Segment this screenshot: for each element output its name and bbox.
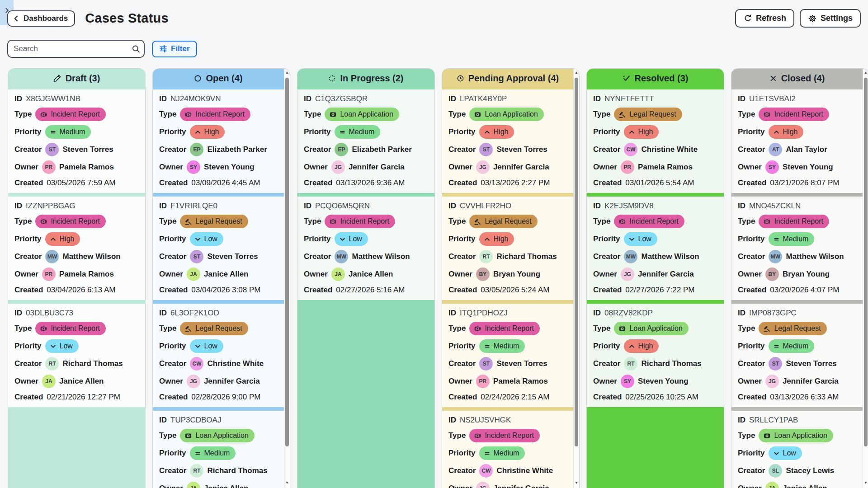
case-card[interactable]: IDU1ETSVBAI2TypeIncident ReportPriorityH… <box>731 89 863 193</box>
scrollbar-thumb[interactable] <box>575 78 578 446</box>
case-card[interactable]: IDSRLLCY1PABTypeLoan ApplicationPriority… <box>731 411 863 488</box>
case-id-value: IMP0873GPC <box>749 309 797 318</box>
incident-report-icon <box>40 325 47 333</box>
field-label: Priority <box>159 127 186 136</box>
field-label: Priority <box>593 127 620 136</box>
avatar: PR <box>42 160 56 174</box>
scrollbar-down-arrow[interactable]: ▼ <box>574 480 579 486</box>
search-input[interactable] <box>7 40 145 58</box>
case-owner-row: OwnerBYBryan Young <box>448 267 567 281</box>
scrollbar-up-arrow[interactable]: ▲ <box>574 70 579 76</box>
badge-label: Incident Report <box>51 110 100 118</box>
settings-button[interactable]: Settings <box>800 9 861 28</box>
field-label: ID <box>593 309 601 318</box>
field-label: Creator <box>738 145 765 154</box>
scrollbar-thumb[interactable] <box>285 78 289 446</box>
field-label: Creator <box>448 466 476 475</box>
case-card[interactable]: IDNS2UJSVHGKTypeIncident ReportPriorityM… <box>442 411 573 488</box>
case-card[interactable]: IDIMP0873GPCTypeLegal RequestPriorityMed… <box>731 304 863 407</box>
type-badge: Incident Report <box>759 108 829 121</box>
field-label: Type <box>14 110 32 119</box>
case-id-row: IDITQ1PDHOZJ <box>448 308 567 318</box>
field-label: Type <box>304 110 321 119</box>
gear-icon <box>808 14 817 23</box>
avatar: RT <box>624 357 637 371</box>
column-cards: IDX8GJGWW1NBTypeIncident ReportPriorityM… <box>8 88 145 407</box>
field-label: ID <box>738 202 745 211</box>
case-card[interactable]: IDF1VRIRLQE0TypeLegal RequestPriorityLow… <box>153 197 284 300</box>
field-label: Owner <box>159 163 183 172</box>
avatar: SL <box>769 464 782 478</box>
badge-label: Loan Application <box>774 432 827 440</box>
badge-label: High <box>60 235 75 243</box>
case-card[interactable]: ID08RZV82KDPTypeLoan ApplicationPriority… <box>587 304 724 407</box>
field-label: Type <box>14 324 32 333</box>
case-priority-row: PriorityHigh <box>593 125 717 139</box>
case-card[interactable]: IDCVVHLFR2HOTypeLegal RequestPriorityHig… <box>442 197 573 300</box>
case-card[interactable]: IDIZZNPPBGAGTypeIncident ReportPriorityH… <box>8 197 145 300</box>
owner-name: Pamela Ramos <box>59 163 114 172</box>
field-label: Type <box>593 217 610 226</box>
column-scrollbar[interactable]: ▲▼ <box>573 69 579 488</box>
case-card[interactable]: IDLPATK4BY0PTypeLoan ApplicationPriority… <box>442 89 573 193</box>
owner-name: Pamela Ramos <box>638 163 693 172</box>
owner-name: Bryan Young <box>493 270 540 279</box>
scrollbar-thumb[interactable] <box>864 78 868 446</box>
scrollbar-up-arrow[interactable]: ▲ <box>284 70 290 76</box>
case-id-value: F1VRIRLQE0 <box>170 202 217 211</box>
case-card[interactable]: ID6L3OF2K1ODTypeLegal RequestPriorityLow… <box>153 304 284 407</box>
case-card[interactable]: IDNYNFTFETTTTypeLegal RequestPriorityHig… <box>587 89 724 193</box>
filter-button[interactable]: Filter <box>152 41 197 57</box>
case-id-row: ID08RZV82KDP <box>593 308 717 318</box>
case-id-value: MNO45ZCKLN <box>749 202 801 211</box>
case-created-row: Created03/05/2026 5:24 AM <box>448 285 567 295</box>
created-value: 03/13/2026 9:36 AM <box>336 178 405 188</box>
field-label: ID <box>593 94 601 103</box>
avatar: ST <box>190 250 203 263</box>
column-scrollbar[interactable]: ▲▼ <box>284 69 290 488</box>
case-card[interactable]: IDX8GJGWW1NBTypeIncident ReportPriorityM… <box>8 89 145 193</box>
field-label: Creator <box>738 359 765 368</box>
field-label: Priority <box>593 342 620 351</box>
incident-report-icon <box>474 325 481 333</box>
column-header-resolved: Resolved (3) <box>587 69 724 88</box>
case-priority-row: PriorityHigh <box>159 125 278 139</box>
case-priority-row: PriorityMedium <box>738 339 856 353</box>
case-card[interactable]: IDPCQO6M5QRNTypeIncident ReportPriorityL… <box>297 197 434 300</box>
case-creator-row: CreatorRTRichard Thomas <box>448 250 567 263</box>
priority-badge: High <box>45 232 80 246</box>
case-card[interactable]: ID03DLBU3C73TypeIncident ReportPriorityL… <box>8 304 145 407</box>
case-id-value: 03DLBU3C73 <box>26 309 73 318</box>
scrollbar-up-arrow[interactable]: ▲ <box>863 70 868 76</box>
case-card[interactable]: IDMNO45ZCKLNTypeIncident ReportPriorityM… <box>731 197 863 300</box>
created-value: 03/05/2026 5:24 AM <box>481 286 549 295</box>
case-owner-row: OwnerJAJanice Allen <box>159 267 278 281</box>
case-creator-row: CreatorRTRichard Thomas <box>593 357 717 371</box>
case-id-value: LPATK4BY0P <box>460 94 507 103</box>
case-card[interactable]: IDNJ24MOK9VNTypeIncident ReportPriorityH… <box>153 89 284 193</box>
field-label: ID <box>448 309 456 318</box>
badge-label: Medium <box>494 342 519 350</box>
scrollbar-down-arrow[interactable]: ▼ <box>863 480 868 486</box>
case-id-value: ITQ1PDHOZJ <box>460 309 508 318</box>
refresh-button[interactable]: Refresh <box>735 9 794 28</box>
owner-name: Steven Young <box>638 377 689 386</box>
case-card[interactable]: IDTUP3CDBOAJTypeLoan ApplicationPriority… <box>153 411 284 488</box>
priority-medium-icon <box>484 450 491 457</box>
badge-label: Medium <box>349 128 375 136</box>
column-scrollbar[interactable]: ▲▼ <box>863 69 868 488</box>
field-label: Owner <box>593 377 617 386</box>
case-card[interactable]: IDITQ1PDHOZJTypeIncident ReportPriorityM… <box>442 304 573 407</box>
case-card[interactable]: IDC1Q3ZGSBQRTypeLoan ApplicationPriority… <box>297 89 434 193</box>
case-type-row: TypeIncident Report <box>159 108 278 121</box>
back-to-dashboards-button[interactable]: Dashboards <box>7 10 75 27</box>
case-owner-row: OwnerJGJennifer Garcia <box>159 375 278 388</box>
priority-badge: Medium <box>769 339 815 353</box>
created-value: 03/13/2026 2:27 PM <box>481 178 550 188</box>
case-created-row: Created03/04/2026 6:13 AM <box>14 285 139 295</box>
scrollbar-down-arrow[interactable]: ▼ <box>284 480 290 486</box>
case-card[interactable]: IDK2EJSM9DV8TypeIncident ReportPriorityL… <box>587 197 724 300</box>
case-id-row: IDTUP3CDBOAJ <box>159 415 278 425</box>
case-type-row: TypeLegal Request <box>159 215 278 228</box>
loan-application-icon <box>329 111 337 118</box>
